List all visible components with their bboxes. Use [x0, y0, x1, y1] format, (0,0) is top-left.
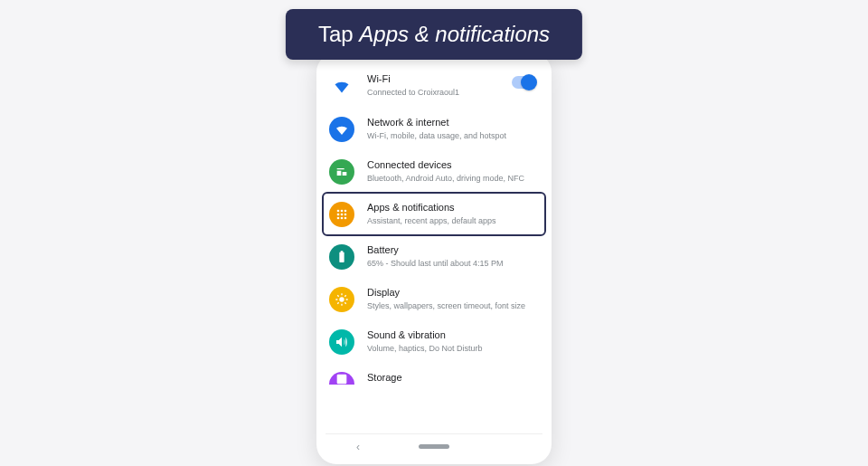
row-sub: Styles, wallpapers, screen timeout, font…: [367, 300, 535, 311]
svg-line-15: [344, 302, 345, 303]
storage-icon: [329, 372, 354, 385]
instruction-emphasis: Apps & notifications: [359, 22, 550, 46]
svg-rect-18: [337, 375, 347, 385]
wifi-icon: [329, 117, 354, 142]
svg-point-9: [339, 297, 344, 301]
row-sub: 65% - Should last until about 4:15 PM: [367, 258, 535, 269]
instruction-prefix: Tap: [318, 22, 359, 46]
volume-icon: [329, 329, 354, 355]
svg-point-4: [341, 214, 344, 216]
row-sub: Wi-Fi, mobile, data usage, and hotspot: [367, 130, 535, 141]
instruction-banner: Tap Apps & notifications: [286, 9, 582, 60]
svg-line-14: [337, 295, 338, 296]
row-title: Apps & notifications: [367, 201, 535, 214]
svg-point-7: [341, 217, 344, 220]
svg-point-0: [337, 210, 340, 213]
svg-line-17: [344, 295, 345, 296]
svg-point-5: [344, 214, 347, 216]
row-title: Battery: [367, 243, 535, 257]
row-title: Network & internet: [367, 116, 535, 129]
wifi-toggle[interactable]: [512, 76, 535, 89]
svg-point-1: [341, 210, 344, 213]
svg-line-16: [337, 302, 338, 303]
row-wifi[interactable]: Wi-Fi Connected to Croixraoul1: [316, 69, 552, 108]
wifi-icon: [329, 73, 354, 99]
battery-icon: [329, 244, 354, 270]
row-title: Wi-Fi: [367, 72, 512, 86]
svg-point-8: [344, 217, 347, 220]
phone-frame: Wi-Fi Connected to Croixraoul1 Network &…: [316, 52, 552, 464]
row-sub: Volume, haptics, Do Not Disturb: [367, 343, 535, 354]
row-sub: Bluetooth, Android Auto, driving mode, N…: [367, 173, 535, 184]
navigation-bar: ‹: [326, 433, 542, 459]
row-storage[interactable]: Storage: [316, 363, 552, 385]
row-apps-notifications[interactable]: Apps & notifications Assistant, recent a…: [316, 193, 552, 235]
row-title: Display: [367, 286, 535, 300]
row-battery[interactable]: Battery 65% - Should last until about 4:…: [316, 235, 552, 278]
brightness-icon: [329, 287, 354, 312]
settings-list: Wi-Fi Connected to Croixraoul1 Network &…: [316, 52, 552, 464]
svg-point-2: [344, 210, 347, 213]
devices-icon: [329, 159, 354, 185]
row-connected-devices[interactable]: Connected devices Bluetooth, Android Aut…: [316, 150, 552, 193]
home-pill[interactable]: [419, 444, 449, 449]
svg-point-3: [337, 214, 340, 216]
row-display[interactable]: Display Styles, wallpapers, screen timeo…: [316, 278, 552, 320]
svg-point-6: [337, 217, 340, 220]
row-sub: Connected to Croixraoul1: [367, 87, 512, 98]
row-network-internet[interactable]: Network & internet Wi-Fi, mobile, data u…: [316, 108, 552, 150]
row-sub: Assistant, recent apps, default apps: [367, 215, 535, 226]
apps-grid-icon: [329, 202, 354, 227]
row-title: Storage: [367, 371, 535, 385]
row-title: Connected devices: [367, 158, 535, 172]
row-title: Sound & vibration: [367, 328, 535, 342]
row-sound-vibration[interactable]: Sound & vibration Volume, haptics, Do No…: [316, 320, 552, 363]
back-button[interactable]: ‹: [356, 441, 360, 453]
